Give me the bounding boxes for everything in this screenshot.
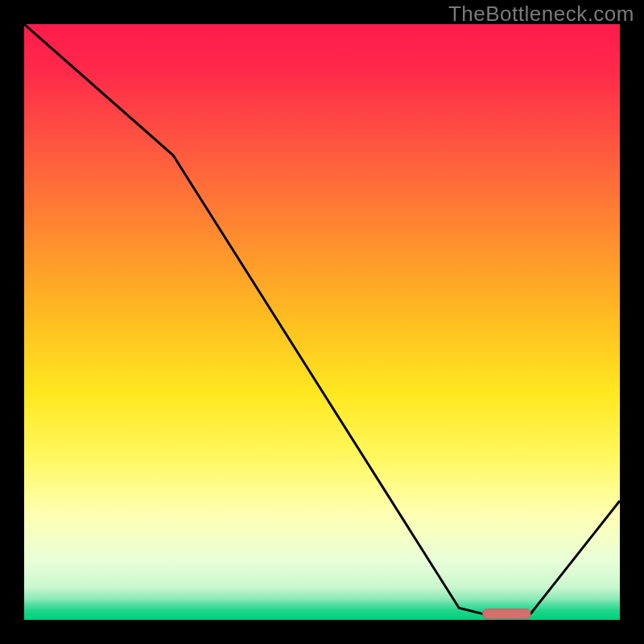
optimal-range-marker: [483, 609, 530, 619]
gradient-background: [24, 24, 620, 620]
watermark-text: TheBottleneck.com: [448, 2, 634, 27]
chart-container: TheBottleneck.com: [0, 0, 644, 644]
chart-svg: [24, 24, 620, 620]
plot-area: [24, 24, 620, 620]
